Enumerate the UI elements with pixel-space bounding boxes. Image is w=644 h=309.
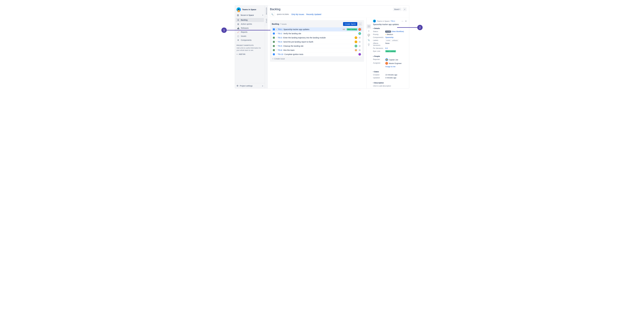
- detail-tab-description[interactable]: ≡: [367, 29, 371, 33]
- story-type-icon: 🔖: [273, 45, 275, 47]
- issue-row[interactable]: 🔖^TIS-6Hire the team😇5: [272, 48, 362, 52]
- releases-icon: 🚢: [237, 27, 240, 29]
- priority-high-icon: ^: [276, 41, 276, 43]
- backlog-more-button[interactable]: ⋯: [358, 22, 362, 26]
- board-icon: ▥: [236, 14, 239, 16]
- reporter-value[interactable]: 😊Captain Joe: [385, 58, 407, 61]
- board-dropdown[interactable]: Board▾: [393, 8, 402, 11]
- quick-filters-label: QUICK FILTERS:: [277, 14, 289, 15]
- task-type-icon: ✓: [273, 28, 275, 30]
- priority-high-icon: ^: [276, 45, 276, 47]
- story-type-icon: 🔖: [273, 37, 275, 38]
- version-badge: 8.0: [342, 28, 346, 30]
- chevron-down-icon: ▾: [400, 8, 400, 10]
- filter-recently-updated[interactable]: Recently Updated: [306, 13, 321, 16]
- detail-tab-attachments[interactable]: 📎: [367, 38, 371, 42]
- settings-icon: ⚙: [236, 84, 238, 87]
- component-link[interactable]: Spaceship: [385, 36, 407, 38]
- plus-icon: +: [236, 53, 238, 55]
- issue-row[interactable]: 🔖^TIS-4Send the pre-landing report to Ea…: [272, 40, 362, 44]
- backlog-icon: ☰: [237, 19, 240, 21]
- estimate-badge: 2: [358, 45, 361, 47]
- status-badge[interactable]: TO DO: [385, 30, 391, 32]
- story-type-icon: 🔖: [273, 49, 275, 51]
- priority-value[interactable]: = Medium: [385, 34, 407, 36]
- fix-version--link[interactable]: 8.0: [385, 47, 407, 49]
- dates-section-header[interactable]: ▾Dates: [373, 71, 407, 73]
- epic-link-badge[interactable]: Mars Landing: [385, 50, 396, 52]
- collapse-sidebar-icon[interactable]: «: [262, 85, 263, 87]
- sidebar-item-active-sprints[interactable]: ▥ Active sprints: [236, 22, 264, 26]
- create-issue-button[interactable]: + Create issue: [272, 56, 362, 60]
- shortcuts-title: PROJECT SHORTCUTS: [236, 44, 263, 46]
- labels-value[interactable]: rocketsoftware: [385, 39, 407, 41]
- issue-row[interactable]: ✓^TIS-2Verify the landing site🙂: [272, 32, 362, 36]
- breadcrumb: Teams in Space / TIS-1: [377, 20, 400, 22]
- task-type-icon: ✓: [273, 54, 275, 55]
- description-placeholder[interactable]: Click to add description: [373, 85, 407, 87]
- view-workflow-link[interactable]: (View Workflow): [391, 30, 404, 32]
- assignee-avatar: 😇: [354, 49, 357, 52]
- epic-badge: Mars Landing: [347, 28, 357, 30]
- issue-row[interactable]: ✓=TIS-1Spaceship tracker app updates8.0M…: [272, 27, 362, 32]
- project-title: Teams in Space: [242, 8, 256, 10]
- issue-summary: Hire the team: [283, 49, 354, 51]
- add-link-button[interactable]: + Add link: [236, 53, 263, 55]
- issue-detail-panel: ⓘ ≡ 💬0 📎 ◫0 👁 Teams in Space / TIS-1: [366, 18, 409, 88]
- search-button[interactable]: 🔍: [270, 12, 275, 16]
- text-icon: ≡: [368, 30, 369, 32]
- epics-tab[interactable]: EPICS: [265, 17, 268, 25]
- filter-only-my-issues[interactable]: Only My Issues: [291, 13, 304, 16]
- sidebar-item-reports[interactable]: 📈 Reports: [236, 30, 264, 34]
- versions-tab[interactable]: VERSIONS: [265, 6, 268, 17]
- project-settings-link[interactable]: Project settings: [240, 85, 261, 87]
- people-section-header[interactable]: ▾People: [373, 55, 407, 57]
- vertical-tabs: VERSIONS EPICS: [265, 6, 268, 88]
- expand-button[interactable]: ⤢: [403, 8, 407, 11]
- detail-tab-info[interactable]: ⓘ: [367, 24, 371, 28]
- issue-row[interactable]: 🔖^TIS-5Cleanup the landing site🙂2: [272, 44, 362, 48]
- issue-summary: Cleanup the landing site: [283, 45, 354, 47]
- estimate-badge: 5: [358, 49, 361, 51]
- issue-key: TIS-1: [278, 28, 282, 30]
- assign-to-me-link[interactable]: Assign to me: [385, 66, 407, 68]
- priority-high-icon: ^: [276, 49, 276, 51]
- more-actions-icon[interactable]: ⋯: [401, 20, 404, 22]
- issue-title: Spaceship tracker app updates: [373, 23, 407, 26]
- description-section-header[interactable]: ▾Description: [373, 82, 407, 84]
- created-value: 13 minutes ago: [385, 74, 407, 76]
- create-sprint-button[interactable]: Create Sprint: [343, 22, 357, 26]
- issue-key-link[interactable]: TIS-1: [391, 20, 395, 22]
- backlog-card: Backlog 7 issues Create Sprint ⋯ ✓=TIS-1…: [270, 20, 364, 62]
- close-icon[interactable]: ✕: [405, 20, 407, 22]
- plus-icon: +: [272, 58, 274, 60]
- assignee-avatar: 🙂: [358, 32, 361, 35]
- sidebar-item-backlog[interactable]: ☰ Backlog: [236, 18, 264, 22]
- story-type-icon: 🔖: [273, 41, 275, 43]
- backlog-issue-count: 7 issues: [280, 23, 343, 25]
- backlog-section-title: Backlog: [272, 23, 279, 25]
- board-selector[interactable]: ▥ Scrum in Space ▾: [235, 13, 265, 18]
- sidebar-item-components[interactable]: ⚙ Components: [236, 38, 264, 42]
- project-header[interactable]: <> Teams in Space: [235, 6, 265, 13]
- project-logo-icon: <>: [236, 8, 241, 12]
- issue-summary: Send the pre-landing report to Earth: [283, 41, 354, 43]
- assignee-avatar: 😠: [354, 36, 357, 39]
- issue-list: ✓=TIS-1Spaceship tracker app updates8.0M…: [272, 27, 362, 56]
- assignee-value[interactable]: 😜Master Engineer: [385, 62, 407, 65]
- issues-icon: ▢: [237, 35, 240, 37]
- sidebar-item-issues[interactable]: ▢ Issues: [236, 34, 264, 38]
- reports-icon: 📈: [237, 31, 240, 33]
- issue-row[interactable]: ✓^TIS-10Complete ignition tests😈: [272, 52, 362, 56]
- assignee-avatar: 😜: [358, 28, 361, 31]
- shortcuts-description: Add a link to useful information for you…: [236, 47, 263, 52]
- issue-row[interactable]: 🔖^TIS-3Enter the landing trajectory into…: [272, 36, 362, 40]
- affects-version-value[interactable]: None: [385, 42, 407, 46]
- detail-tab-subtasks[interactable]: ◫0: [367, 43, 371, 47]
- components-icon: ⚙: [237, 39, 240, 41]
- priority-medium-icon: =: [385, 34, 386, 36]
- sidebar-item-releases[interactable]: 🚢 Releases: [236, 26, 264, 30]
- avatar: 😜: [385, 62, 388, 65]
- main-content: Backlog Board▾ ⤢ 🔍 QUICK FILTERS: Only M…: [268, 6, 409, 88]
- detail-tab-comments[interactable]: 💬0: [367, 34, 371, 38]
